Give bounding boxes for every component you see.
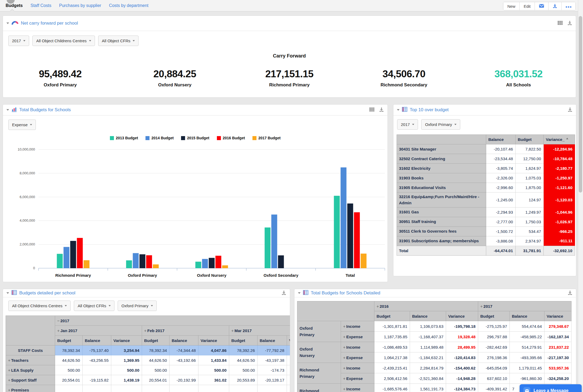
tab-staff-costs[interactable]: Staff Costs (30, 0, 51, 11)
balance-cell: -2,294.93 (486, 207, 516, 217)
download-icon[interactable] (567, 20, 572, 26)
table-view-icon[interactable] (369, 107, 375, 113)
data-cell: 1,179,011.45 (510, 363, 544, 373)
edit-button[interactable]: Edit (520, 2, 535, 10)
row-label-premises[interactable]: +Premises (6, 385, 55, 392)
budget-cell: 1,075.03 (516, 173, 544, 183)
email-button[interactable] (535, 2, 549, 10)
dashboard-tabs: BudgetsStaff CostsPurchases by supplierC… (6, 0, 148, 11)
row-type-expense[interactable]: +Expense (341, 373, 374, 384)
table-row: 30431 Site Manager-20,107.467,822.50-12,… (397, 144, 575, 154)
bar-oxford-secondary-2015-budget (278, 255, 284, 268)
row-type-income[interactable]: +Income (341, 384, 374, 392)
legend-swatch (252, 136, 256, 140)
data-cell: 78,392.26 (229, 345, 258, 355)
tab-budgets[interactable]: Budgets (6, 0, 23, 11)
bar-oxford-primary-2017-budget (153, 264, 159, 268)
top10-2017-dropdown[interactable]: 2017 (397, 119, 418, 130)
collapse-caret-icon[interactable] (397, 109, 400, 111)
detail-all-object-cfrs-dropdown[interactable]: All Object CFRs (74, 301, 114, 311)
data-cell: -154,400.62 (446, 363, 478, 373)
download-icon[interactable] (281, 290, 286, 296)
collapse-caret-icon[interactable] (6, 109, 9, 111)
subcolumn-header-balance: Balance (258, 336, 287, 345)
page-scrollbar-track[interactable] (578, 0, 583, 392)
carry-all-object-cfrs-dropdown[interactable]: All Object CFRs (98, 36, 139, 46)
legend-item-2013-budget[interactable]: 2013 Budget (110, 136, 138, 140)
table-row: Oxford Primary+Income-1,301,871.811,106,… (297, 321, 572, 332)
data-cell: -174.73 (258, 365, 287, 375)
data-cell: -961,860.30 (510, 373, 544, 384)
expand-plus-icon: + (343, 345, 346, 349)
download-icon[interactable] (379, 107, 384, 113)
data-cell (83, 365, 111, 375)
measure-dropdown[interactable]: Expense (8, 120, 36, 130)
svg-text:4,000,000: 4,000,000 (20, 218, 35, 222)
row-label-lea-supply[interactable]: +LEA Supply (6, 365, 55, 375)
data-cell: -493,395.66 (510, 352, 544, 363)
legend-item-2014-budget[interactable]: 2014 Budget (145, 136, 174, 140)
row-label-teachers[interactable]: +Teachers (6, 355, 55, 365)
data-cell: 44,626.50 (229, 355, 258, 365)
row-type-income[interactable]: +Income (341, 321, 374, 332)
collapse-caret-icon[interactable] (298, 292, 301, 294)
data-cell: 514,279.91 (510, 342, 544, 352)
more-button[interactable] (562, 2, 576, 10)
month-header-jan-2017[interactable]: +Jan 2017 (55, 326, 142, 336)
month-header-feb-2017[interactable]: +Feb 2017 (142, 326, 229, 336)
table-row: +Support Staff20,554.01-19,115.821,438.1… (6, 375, 290, 385)
data-cell: -1,168,407.37 (410, 332, 446, 342)
carry-metric-all-schools: 368,031.52All Schools (461, 68, 576, 88)
year-header-2017[interactable]: +2017 (478, 301, 572, 311)
data-cell: -409,391.42 (478, 384, 510, 392)
carry-filters: 2017All Object Childrens CentresAll Obje… (8, 36, 576, 46)
row-type-expense[interactable]: +Expense (341, 352, 374, 363)
tab-costs-by-department[interactable]: Costs by department (109, 0, 148, 11)
download-button[interactable] (549, 2, 562, 10)
row-type-expense[interactable]: +Expense (341, 332, 374, 342)
collapse-caret-icon[interactable] (6, 292, 9, 294)
legend-item-2015-budget[interactable]: 2015 Budget (181, 136, 209, 140)
top10-row-label: 32502 Contract Catering (397, 154, 486, 164)
row-type-income[interactable]: +Income (341, 342, 374, 352)
page-scrollbar-thumb[interactable] (579, 16, 582, 193)
row-label-support-staff[interactable]: +Support Staff (6, 375, 55, 385)
new-button[interactable]: New (503, 2, 520, 10)
year-header[interactable]: −2017 (55, 316, 290, 326)
row-type-income[interactable]: +Income (341, 363, 374, 373)
tab-purchases-by-supplier[interactable]: Purchases by supplier (59, 0, 101, 11)
balance-cell: -1,500.72 (486, 226, 516, 236)
data-cell: 4,047.86 (198, 345, 229, 355)
download-icon[interactable] (567, 107, 573, 113)
legend-item-2016-budget[interactable]: 2016 Budget (217, 136, 245, 140)
legend-item-2017-budget[interactable]: 2017 Budget (252, 136, 281, 140)
table-row: 30511 Clerk to Governors fees-1,500.7253… (397, 226, 575, 236)
detail-all-object-childrens-centres-dropdown[interactable]: All Object Childrens Centres (8, 301, 71, 311)
carry-all-object-childrens-centres-dropdown[interactable]: All Object Childrens Centres (32, 36, 95, 46)
table-row: STAFF Costs78,392.34-75,137.403,254.9478… (6, 345, 290, 355)
table-row: 31601 Gas-2,294.931,249.97-1,044.96 (397, 207, 575, 217)
table-icon (11, 290, 17, 296)
panel-top10-over-budget: Top 10 over budget 2017Oxford Primary Ba… (393, 104, 576, 276)
year-header-2016[interactable]: +2016 (374, 301, 478, 311)
data-cell: -77,792.28 (258, 345, 287, 355)
panel-title: Budgets detailed per school (19, 290, 75, 296)
gauge-icon (11, 21, 18, 26)
leave-message-button[interactable]: Leave a Message (520, 384, 582, 392)
month-header-mar-2017[interactable]: +Mar 2017 (229, 326, 290, 336)
carry-2017-dropdown[interactable]: 2017 (8, 36, 29, 46)
budget-cell: 1,750.03 (516, 217, 544, 226)
top10-row-label: 32216 Equip&amp;Furn Purch/Maint/Hire - … (397, 193, 486, 207)
top10-column-header-variance[interactable]: Variance_ (544, 135, 575, 144)
school-label-richmond-secondary: Richmond Secondary (297, 384, 341, 392)
data-cell: 3,254.94 (111, 345, 142, 355)
collapse-caret-icon[interactable] (6, 22, 9, 24)
collapse-minus-icon: − (57, 318, 60, 323)
data-cell: -324,258.20 (544, 373, 572, 384)
download-icon[interactable] (567, 290, 573, 296)
table-view-icon[interactable] (557, 20, 563, 26)
top10-oxford-primary-dropdown[interactable]: Oxford Primary (421, 119, 460, 130)
data-cell: -43,192.66 (170, 355, 198, 365)
dashboard-page: BudgetsStaff CostsPurchases by supplierC… (0, 0, 583, 392)
detail-oxford-primary-dropdown[interactable]: Oxford Primary (118, 301, 157, 311)
